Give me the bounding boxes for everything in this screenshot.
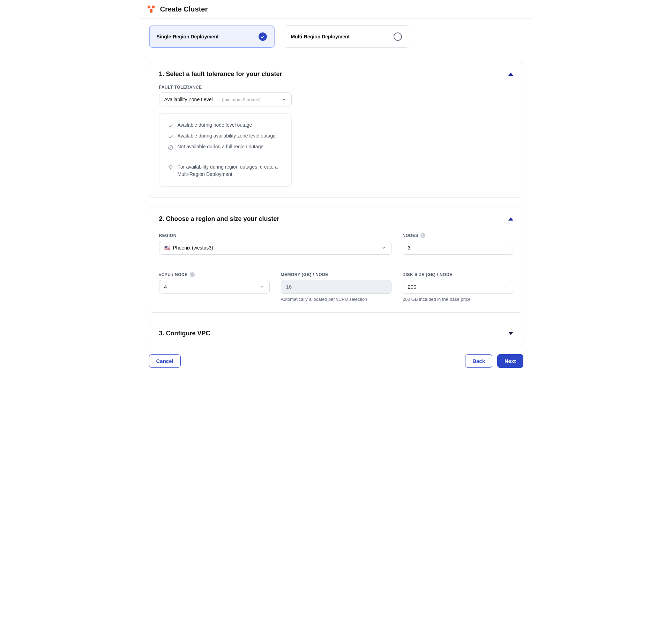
region-value: Phoenix (westus3) [173,245,213,251]
collapse-icon [508,217,513,221]
check-icon [168,134,173,140]
chevron-down-icon [260,284,264,289]
brand-logo [146,5,156,13]
panel-title: 2. Choose a region and size your cluster [159,215,279,223]
panel-title: 3. Configure VPC [159,330,210,337]
not-available-icon [168,145,173,150]
deployment-option-multi[interactable]: Multi-Region Deployment [284,25,409,48]
collapse-icon [508,73,513,76]
divider [168,157,283,157]
vcpu-label: vCPU / NODE i [159,272,270,277]
deployment-option-label: Single-Region Deployment [157,34,219,39]
region-label: REGION [159,233,391,238]
page-title: Create Cluster [160,5,208,13]
nodes-input[interactable]: 3 [403,241,513,255]
memory-label: MEMORY (GB) / NODE [281,272,391,277]
radio-unchecked-icon [394,32,402,41]
memory-help: Automatically allocated per vCPU selecti… [281,297,391,302]
ft-bullet: Available during availability zone level… [178,133,276,139]
region-size-panel-header[interactable]: 2. Choose a region and size your cluster [159,215,513,223]
back-button[interactable]: Back [465,354,492,368]
memory-value: 16 [286,284,292,290]
chevron-down-icon [282,97,286,102]
nodes-label: NODES i [403,233,513,238]
info-icon[interactable]: i [420,233,425,238]
info-icon[interactable]: i [190,272,195,277]
lightbulb-icon [168,164,173,170]
fault-tolerance-label: FAULT TOLERANCE [159,85,513,90]
nodes-value: 3 [408,245,411,251]
ft-bullet: Not available during a full region outag… [178,144,264,149]
deployment-option-label: Multi-Region Deployment [291,34,350,39]
memory-input: 16 [281,280,391,294]
disk-input[interactable]: 200 [403,280,513,294]
next-button[interactable]: Next [497,354,523,368]
ft-bullet: Available during node level outage [178,122,252,128]
region-size-panel: 2. Choose a region and size your cluster… [149,207,523,313]
vpc-panel: 3. Configure VPC [149,322,523,345]
fault-tolerance-summary: Available during node level outage Avail… [159,113,292,187]
fault-tolerance-hint: (minimum 3 nodes) [222,97,261,102]
disk-help: 200 GB included in the base price [403,297,513,302]
disk-label: DISK SIZE (GB) / NODE [403,272,513,277]
region-select[interactable]: 🇺🇸 Phoenix (westus3) [159,241,391,255]
flag-icon: 🇺🇸 [164,245,170,251]
ft-tip: For availability during region outages, … [178,163,283,178]
chevron-down-icon [381,245,386,250]
fault-tolerance-value: Availability Zone Level [164,97,213,102]
deployment-option-single[interactable]: Single-Region Deployment [149,25,275,48]
fault-tolerance-panel: 1. Select a fault tolerance for your clu… [149,62,523,198]
radio-checked-icon [259,32,267,41]
disk-value: 200 [408,284,417,290]
check-icon [168,123,173,129]
svg-point-1 [169,165,172,168]
vcpu-select[interactable]: 4 [159,280,270,294]
expand-icon [508,332,513,335]
vpc-panel-header[interactable]: 3. Configure VPC [159,330,513,337]
vcpu-value: 4 [164,284,167,290]
fault-tolerance-select[interactable]: Availability Zone Level (minimum 3 nodes… [159,92,292,106]
fault-tolerance-panel-header[interactable]: 1. Select a fault tolerance for your clu… [159,70,513,78]
cancel-button[interactable]: Cancel [149,354,181,368]
panel-title: 1. Select a fault tolerance for your clu… [159,70,282,78]
